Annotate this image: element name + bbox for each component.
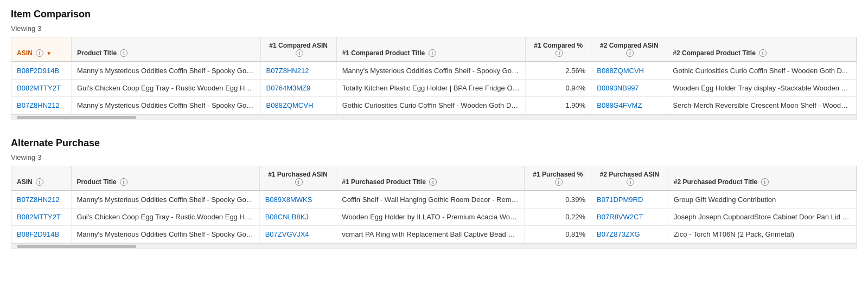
col-asin-label: ASIN (17, 49, 33, 57)
asin-cell[interactable]: B088ZQMCVH (591, 62, 667, 80)
alternate-purchase-section: Alternate Purchase Viewing 3 ASIN i Prod… (11, 138, 857, 249)
table-row: B07Z8HN212Manny's Mysterious Oddities Co… (11, 191, 857, 209)
text-cell: Gui's Chicken Coop Egg Tray - Rustic Woo… (71, 209, 259, 226)
percent-cell: 0.22% (525, 209, 591, 226)
col-c2-product-title-info-icon[interactable]: i (759, 49, 767, 57)
asin-cell[interactable]: B08F2D914B (11, 62, 71, 80)
asin-cell[interactable]: B089X8MWKS (259, 191, 336, 209)
item-comparison-title: Item Comparison (11, 9, 857, 20)
col-c2-asin-info-icon[interactable]: i (626, 49, 634, 57)
item-comparison-viewing: Viewing 3 (11, 24, 857, 32)
ap-col-p1-percent: #1 Purchased % i (525, 166, 591, 191)
text-cell: Gothic Curiosities Curio Coffin Shelf - … (336, 97, 526, 114)
text-cell: Manny's Mysterious Oddities Coffin Shelf… (71, 191, 259, 209)
percent-cell: 0.81% (525, 226, 591, 243)
text-cell: Gui's Chicken Coop Egg Tray - Rustic Woo… (71, 80, 260, 97)
col-product-title-label: Product Title (77, 49, 117, 57)
text-cell: Coffin Shelf - Wall Hanging Gothic Room … (336, 191, 525, 209)
alternate-purchase-title: Alternate Purchase (11, 138, 857, 149)
ap-col-p1-asin-label: #1 Purchased ASIN (268, 171, 328, 178)
col-c1-percent-info-icon[interactable]: i (556, 49, 563, 57)
ap-col-p2-product-title-label: #2 Purchased Product Title (674, 178, 758, 186)
text-cell: Manny's Mysterious Oddities Coffin Shelf… (336, 62, 526, 80)
ap-col-p1-percent-info-icon[interactable]: i (555, 178, 563, 186)
col-c2-asin-label: #2 Compared ASIN (600, 42, 659, 49)
asin-cell[interactable]: B088G4FVMZ (591, 97, 667, 114)
ap-col-p1-product-title: #1 Purchased Product Title i (336, 166, 525, 191)
table-row: B082MTTY2TGui's Chicken Coop Egg Tray - … (11, 209, 857, 226)
asin-cell[interactable]: B07Z8HN212 (11, 191, 71, 209)
table-row: B082MTTY2TGui's Chicken Coop Egg Tray - … (11, 80, 857, 97)
ap-col-product-title-label: Product Title (77, 178, 117, 186)
col-product-title-info-icon[interactable]: i (120, 49, 127, 57)
ap-col-asin-info-icon[interactable]: i (36, 178, 43, 186)
ap-col-p1-asin-info-icon[interactable]: i (295, 178, 303, 186)
asin-cell[interactable]: B071DPM9RD (591, 191, 668, 209)
col-c2-asin: #2 Compared ASIN i (591, 37, 667, 62)
alternate-purchase-header-row: ASIN i Product Title i #1 Purchased ASIN… (11, 166, 857, 191)
col-c1-product-title-info-icon[interactable]: i (429, 49, 436, 57)
col-c2-product-title-label: #2 Compared Product Title (673, 49, 755, 57)
col-product-title: Product Title i (71, 37, 260, 62)
percent-cell: 0.94% (526, 80, 591, 97)
ap-col-p2-asin: #2 Purchased ASIN i (591, 166, 668, 191)
col-c1-asin: #1 Compared ASIN i (260, 37, 336, 62)
col-asin-info-icon[interactable]: i (36, 49, 43, 57)
table-row: B07Z8HN212Manny's Mysterious Oddities Co… (11, 97, 857, 114)
asin-cell[interactable]: B082MTTY2T (11, 80, 71, 97)
ap-col-p1-percent-label: #1 Purchased % (533, 171, 583, 178)
alternate-purchase-viewing: Viewing 3 (11, 153, 857, 161)
col-c1-percent-label: #1 Compared % (534, 42, 583, 49)
text-cell: Wooden Egg Holder Tray display -Stackabl… (667, 80, 857, 97)
text-cell: Manny's Mysterious Oddities Coffin Shelf… (71, 97, 260, 114)
ap-col-p2-asin-info-icon[interactable]: i (627, 178, 634, 186)
col-asin[interactable]: ASIN i ▼ (11, 37, 71, 62)
ap-col-product-title: Product Title i (71, 166, 259, 191)
asin-cell[interactable]: B082MTTY2T (11, 209, 71, 226)
text-cell: Gothic Curiosities Curio Coffin Shelf - … (667, 62, 857, 80)
col-c1-asin-label: #1 Compared ASIN (269, 42, 328, 49)
percent-cell: 1.90% (526, 97, 591, 114)
asin-cell[interactable]: B07Z8HN212 (260, 62, 336, 80)
table-row: B08F2D914BManny's Mysterious Oddities Co… (11, 62, 857, 80)
ap-col-p2-product-title-info-icon[interactable]: i (761, 178, 769, 186)
text-cell: Zico - Torch MT06N (2 Pack, Gnmetal) (668, 226, 856, 243)
text-cell: Wooden Egg Holder by ILLATO - Premium Ac… (336, 209, 525, 226)
ap-col-p1-product-title-label: #1 Purchased Product Title (342, 178, 426, 186)
item-comparison-table-wrapper: ASIN i ▼ Product Title i #1 Compared ASI… (11, 37, 857, 120)
asin-cell[interactable]: B07Z873ZXG (591, 226, 668, 243)
alternate-purchase-table: ASIN i Product Title i #1 Purchased ASIN… (11, 166, 857, 243)
ap-col-asin: ASIN i (11, 166, 71, 191)
percent-cell: 2.56% (526, 62, 591, 80)
alternate-purchase-scrollbar[interactable] (11, 243, 857, 249)
col-c1-product-title-label: #1 Compared Product Title (342, 49, 425, 57)
asin-cell[interactable]: B07R8VW2CT (591, 209, 668, 226)
col-c2-product-title: #2 Compared Product Title i (667, 37, 857, 62)
alternate-purchase-table-wrapper: ASIN i Product Title i #1 Purchased ASIN… (11, 166, 857, 249)
table-row: B08F2D914BManny's Mysterious Oddities Co… (11, 226, 857, 243)
ap-col-p2-asin-label: #2 Purchased ASIN (600, 171, 660, 178)
ap-col-product-title-info-icon[interactable]: i (120, 178, 127, 186)
ap-col-asin-label: ASIN (17, 178, 33, 186)
col-asin-sort-icon[interactable]: ▼ (46, 50, 52, 56)
text-cell: Manny's Mysterious Oddities Coffin Shelf… (71, 62, 260, 80)
asin-cell[interactable]: B08CNLB8KJ (259, 209, 336, 226)
asin-cell[interactable]: B0764M3MZ9 (260, 80, 336, 97)
ap-col-p1-asin: #1 Purchased ASIN i (259, 166, 336, 191)
ap-col-p1-product-title-info-icon[interactable]: i (429, 178, 437, 186)
col-c1-asin-info-icon[interactable]: i (296, 49, 303, 57)
text-cell: Joseph Joseph CupboardStore Cabinet Door… (668, 209, 856, 226)
text-cell: vcmart PA Ring with Replacement Ball Cap… (336, 226, 525, 243)
asin-cell[interactable]: B08F2D914B (11, 226, 71, 243)
col-c1-product-title: #1 Compared Product Title i (336, 37, 526, 62)
item-comparison-header-row: ASIN i ▼ Product Title i #1 Compared ASI… (11, 37, 857, 62)
asin-cell[interactable]: B0893NB997 (591, 80, 667, 97)
asin-cell[interactable]: B07ZVGVJX4 (259, 226, 336, 243)
asin-cell[interactable]: B088ZQMCVH (260, 97, 336, 114)
asin-cell[interactable]: B07Z8HN212 (11, 97, 71, 114)
item-comparison-scrollbar[interactable] (11, 114, 857, 120)
text-cell: Group Gift Wedding Contribution (668, 191, 856, 209)
percent-cell: 0.39% (525, 191, 591, 209)
text-cell: Manny's Mysterious Oddities Coffin Shelf… (71, 226, 259, 243)
item-comparison-table: ASIN i ▼ Product Title i #1 Compared ASI… (11, 37, 857, 114)
